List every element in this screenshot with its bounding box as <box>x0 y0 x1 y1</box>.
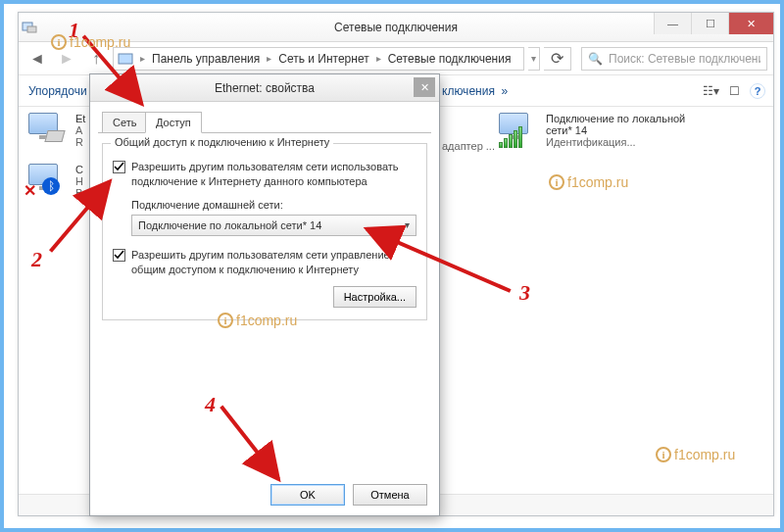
allow-control-checkbox[interactable] <box>113 249 125 262</box>
conn-name: Et <box>75 113 85 124</box>
breadcrumb-3[interactable]: Сетевые подключения <box>388 52 512 66</box>
conn-line3: B <box>75 187 83 199</box>
address-bar[interactable]: ▸ Панель управления ▸ Сеть и Интернет ▸ … <box>113 47 524 71</box>
breadcrumb-1[interactable]: Панель управления <box>152 52 260 66</box>
combo-label: Подключение домашней сети: <box>113 199 416 211</box>
conn-line3: R <box>75 136 85 148</box>
help-icon[interactable]: ? <box>750 83 765 99</box>
connection-local-14[interactable]: Подключение по локальной сети* 14 Иденти… <box>499 113 685 148</box>
dialog-title: Ethernet: свойства <box>215 81 315 95</box>
ok-button[interactable]: OK <box>270 484 345 506</box>
titlebar: Сетевые подключения — ☐ ✕ <box>19 13 773 42</box>
search-input[interactable]: 🔍 Поиск: Сетевые подключения <box>581 47 767 71</box>
connection-ethernet[interactable]: Et A R <box>28 113 85 148</box>
conn-name-line2: сети* 14 <box>546 124 685 136</box>
chevron-right-icon: ▸ <box>137 53 148 64</box>
search-icon: 🔍 <box>588 52 603 66</box>
nav-back-button[interactable]: ◄ <box>24 46 50 72</box>
navbar: ◄ ► ↑ ▸ Панель управления ▸ Сеть и Интер… <box>19 42 773 75</box>
close-button[interactable]: ✕ <box>728 13 773 34</box>
allow-control-label: Разрешить другим пользователям сети упра… <box>131 248 416 277</box>
allow-sharing-checkbox[interactable] <box>113 161 125 173</box>
home-network-combo[interactable]: Подключение по локальной сети* 14 <box>131 215 416 236</box>
ethernet-icon <box>28 113 68 146</box>
dialog-titlebar: Ethernet: свойства ✕ <box>90 74 439 102</box>
breadcrumb-2[interactable]: Сеть и Интернет <box>278 52 368 66</box>
group-title: Общий доступ к подключению к Интернету <box>111 136 333 148</box>
properties-dialog: Ethernet: свойства ✕ Сеть Доступ Общий д… <box>89 73 440 516</box>
adapter-tail: адаптер ... <box>442 140 495 152</box>
window-title: Сетевые подключения <box>334 21 458 34</box>
svg-rect-2 <box>119 54 132 64</box>
bluetooth-icon: ✕ᛒ <box>28 164 68 197</box>
dialog-close-button[interactable]: ✕ <box>414 77 435 97</box>
cancel-button[interactable]: Отмена <box>353 484 427 506</box>
allow-sharing-label: Разрешить другим пользователям сети испо… <box>131 160 416 189</box>
conn-line2: A <box>75 124 85 136</box>
tab-row: Сеть Доступ <box>98 110 431 133</box>
svg-rect-1 <box>27 26 36 32</box>
connection-bluetooth[interactable]: ✕ᛒ С Н B <box>28 164 83 199</box>
search-placeholder: Поиск: Сетевые подключения <box>609 52 760 66</box>
conn-status: Идентификация... <box>546 136 685 148</box>
panel-icon <box>118 51 133 67</box>
combo-value: Подключение по локальной сети* 14 <box>138 219 321 231</box>
wifi-icon <box>499 113 538 146</box>
chevron-right-icon: ▸ <box>373 53 384 64</box>
chevron-right-icon: ▸ <box>264 53 274 64</box>
organize-menu[interactable]: Упорядочи <box>28 84 87 98</box>
conn-name: С <box>75 164 83 175</box>
view-list-icon[interactable]: ☐ <box>729 84 740 98</box>
address-dropdown[interactable]: ▾ <box>528 47 540 71</box>
nav-forward-button[interactable]: ► <box>54 46 79 72</box>
nav-up-button[interactable]: ↑ <box>83 46 109 72</box>
tab-network[interactable]: Сеть <box>102 112 147 133</box>
maximize-button[interactable]: ☐ <box>691 13 728 34</box>
minimize-button[interactable]: — <box>654 13 691 34</box>
conn-name-line1: Подключение по локальной <box>546 113 685 124</box>
window-icon <box>19 20 40 35</box>
toolbar-connection-menu[interactable]: ключения » <box>442 84 508 98</box>
conn-line2: Н <box>75 175 83 187</box>
refresh-button[interactable]: ⟳ <box>544 47 571 71</box>
view-thumbs-icon[interactable]: ☷▾ <box>703 84 719 98</box>
tab-sharing[interactable]: Доступ <box>145 112 202 133</box>
sharing-group: Общий доступ к подключению к Интернету Р… <box>102 143 427 320</box>
settings-button[interactable]: Настройка... <box>333 286 416 308</box>
